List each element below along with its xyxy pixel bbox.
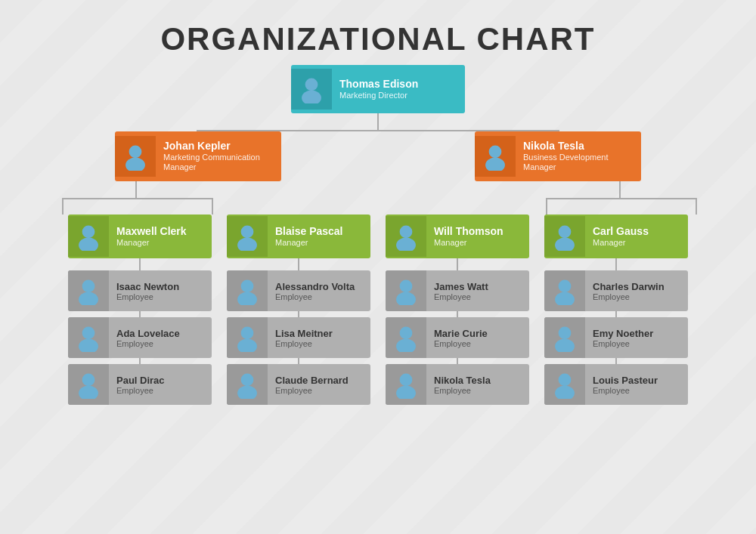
svg-point-31 [555, 238, 575, 251]
svg-point-35 [555, 339, 575, 352]
emp-0-1: Ada Lovelace Employee [68, 317, 212, 358]
svg-point-32 [559, 280, 572, 293]
emp-1-2: Claude Bernard Employee [227, 364, 370, 405]
svg-point-29 [396, 386, 416, 399]
emp-avatar-0-1 [68, 317, 109, 358]
svg-point-9 [79, 292, 98, 305]
svg-point-11 [79, 339, 98, 352]
svg-point-14 [241, 226, 254, 239]
svg-point-16 [241, 280, 254, 293]
l2-avatar-3 [544, 216, 585, 257]
emp-avatar-3-1 [544, 317, 585, 358]
svg-point-13 [79, 386, 98, 399]
branch-1: Blaise Pascal Manager Alessandro Volta E… [227, 215, 370, 405]
svg-point-27 [396, 339, 416, 352]
l1-card-1: Nikola Tesla Business Development Manage… [475, 131, 641, 181]
emp-title-2-0: Employee [434, 292, 522, 301]
svg-point-22 [400, 226, 413, 239]
emp-avatar-3-2 [544, 364, 585, 405]
l2-card-3: Carl Gauss Manager [544, 215, 688, 258]
page: ORGANIZATIONAL CHART Thomas Edison Marke… [0, 0, 756, 420]
v-drop-pascal [212, 198, 213, 215]
svg-point-20 [241, 374, 254, 387]
emp-title-2-1: Employee [434, 339, 522, 348]
v-line-kepler [135, 181, 137, 198]
emp-3-2: Louis Pasteur Employee [544, 364, 688, 405]
svg-point-12 [82, 374, 95, 387]
emp-name-0-2: Paul Dirac [116, 375, 204, 386]
emp-name-1-2: Claude Bernard [275, 375, 363, 386]
l2-avatar-1 [227, 216, 268, 257]
emp-0-2: Paul Dirac Employee [68, 364, 212, 405]
emp-title-3-1: Employee [593, 339, 680, 348]
top-title: Marketing Director [339, 91, 457, 100]
emp-name-3-1: Emy Noether [593, 328, 680, 339]
emp-name-2-1: Marie Curie [434, 328, 522, 339]
emp-avatar-1-2 [227, 364, 268, 405]
svg-point-23 [396, 238, 416, 251]
top-row: Thomas Edison Marketing Director [291, 65, 465, 113]
v-drop-gauss [696, 198, 697, 215]
l1-name-0: Johan Kepler [163, 140, 274, 153]
svg-point-33 [555, 292, 575, 305]
l2-title-1: Manager [275, 238, 363, 248]
svg-point-37 [555, 386, 575, 399]
svg-point-26 [400, 327, 413, 340]
l1-name-1: Nikola Tesla [523, 140, 634, 153]
svg-point-4 [489, 146, 502, 159]
emp-name-1-0: Alessandro Volta [275, 281, 363, 292]
l2-name-3: Carl Gauss [593, 225, 680, 238]
top-card: Thomas Edison Marketing Director [291, 65, 465, 113]
v-l2-0 [139, 258, 141, 270]
svg-point-6 [82, 226, 95, 239]
emp-1-0: Alessandro Volta Employee [227, 270, 370, 311]
svg-point-15 [237, 238, 257, 251]
emp-avatar-2-1 [386, 317, 426, 358]
svg-point-10 [82, 327, 95, 340]
emp-avatar-1-0 [227, 270, 268, 311]
l2-title-2: Manager [434, 238, 522, 248]
emp-title-3-2: Employee [593, 386, 680, 395]
org-chart: Thomas Edison Marketing Director Johan K… [15, 65, 741, 405]
svg-point-34 [559, 327, 572, 340]
svg-point-3 [125, 158, 145, 171]
l2-card-0: Maxwell Clerk Manager [68, 215, 212, 258]
v-line-top [377, 113, 379, 130]
emp-2-1: Marie Curie Employee [386, 317, 529, 358]
l1-title-1: Business Development Manager [523, 153, 634, 172]
emp-title-0-2: Employee [116, 386, 204, 395]
svg-point-18 [241, 327, 254, 340]
h-line-right-group [546, 198, 696, 199]
svg-point-5 [485, 158, 505, 171]
svg-point-2 [129, 146, 142, 159]
emp-title-3-0: Employee [593, 292, 680, 301]
emp-title-2-2: Employee [434, 386, 522, 395]
l2-avatar-2 [386, 216, 426, 257]
svg-point-8 [82, 280, 95, 293]
emp-0-0: Isaac Newton Employee [68, 270, 212, 311]
emp-name-2-2: Nikola Tesla [434, 375, 522, 386]
top-avatar [291, 69, 332, 110]
emp-avatar-3-0 [544, 270, 585, 311]
emp-name-2-0: James Watt [434, 281, 522, 292]
l1-title-0: Marketing Communication Manager [163, 153, 274, 172]
emp-3-0: Charles Darwin Employee [544, 270, 688, 311]
emp-2-2: Nikola Tesla Employee [386, 364, 529, 405]
svg-point-0 [305, 79, 318, 91]
emp-avatar-2-2 [386, 364, 426, 405]
l1-avatar-1 [475, 136, 516, 177]
emp-name-0-1: Ada Lovelace [116, 328, 204, 339]
emp-avatar-0-2 [68, 364, 109, 405]
branch-3: Carl Gauss Manager Charles Darwin Employ… [544, 215, 688, 405]
svg-point-30 [559, 226, 572, 239]
emp-avatar-1-1 [227, 317, 268, 358]
l2-title-0: Manager [116, 238, 204, 248]
emp-title-1-1: Employee [275, 339, 363, 348]
l1-card-0: Johan Kepler Marketing Communication Man… [115, 131, 281, 181]
l2-title-3: Manager [593, 238, 680, 248]
emp-title-0-0: Employee [116, 292, 204, 301]
emp-1-1: Lisa Meitner Employee [227, 317, 370, 358]
emp-name-3-0: Charles Darwin [593, 281, 680, 292]
l2-name-0: Maxwell Clerk [116, 225, 204, 238]
svg-point-7 [79, 238, 98, 251]
